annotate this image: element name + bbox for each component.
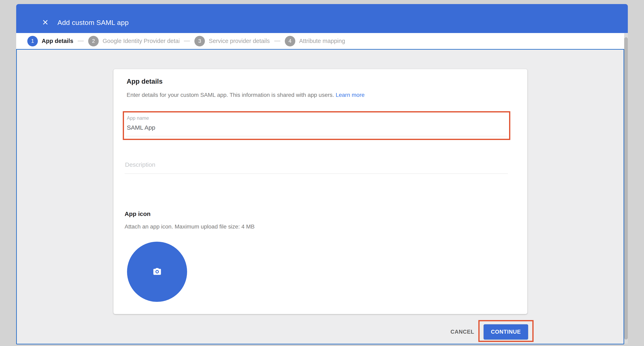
step-separator: [78, 41, 84, 41]
app-icon-upload-button[interactable]: [127, 242, 187, 302]
app-icon-heading: App icon: [124, 211, 150, 217]
app-name-input[interactable]: SAML App: [127, 124, 155, 131]
description-placeholder: Description: [125, 161, 155, 168]
step-3-label: Service provider details: [209, 38, 270, 44]
app-name-label: App name: [127, 115, 149, 121]
continue-button[interactable]: CONTINUE: [484, 324, 528, 339]
wizard-stepper: 1 App details 2 Google Identity Provider…: [16, 33, 628, 49]
step-4-label: Attribute mapping: [299, 38, 345, 44]
description-underline: [124, 174, 508, 174]
step-attribute-mapping[interactable]: 4 Attribute mapping: [285, 36, 345, 46]
step-3-circle: 3: [194, 36, 205, 46]
app-details-card: App details Enter details for your custo…: [113, 69, 528, 314]
app-icon-hint: Attach an app icon. Maximum upload file …: [124, 223, 255, 230]
card-heading: App details: [126, 78, 162, 85]
step-service-provider-details[interactable]: 3 Service provider details: [194, 36, 270, 46]
step-google-idp-details[interactable]: 2 Google Identity Provider details: [88, 36, 180, 46]
camera-icon: [152, 266, 162, 277]
step-separator: [274, 41, 280, 41]
step-1-circle: 1: [27, 36, 38, 46]
dialog-header: Add custom SAML app: [16, 4, 628, 33]
step-separator: [184, 41, 190, 41]
dialog-title: Add custom SAML app: [58, 19, 129, 27]
step-app-details[interactable]: 1 App details: [27, 36, 73, 46]
app-name-annotation-box: App name SAML App: [123, 111, 510, 140]
add-custom-saml-app-dialog: Add custom SAML app 1 App details 2 Goog…: [0, 0, 644, 346]
app-name-underline: [126, 136, 507, 136]
cancel-button[interactable]: CANCEL: [446, 327, 478, 336]
card-subtext-text: Enter details for your custom SAML app. …: [126, 92, 334, 98]
step-2-circle: 2: [88, 36, 99, 46]
step-4-circle: 4: [285, 36, 295, 46]
scrollbar-thumb[interactable]: [624, 37, 628, 339]
step-2-label: Google Identity Provider details: [102, 38, 180, 44]
close-icon: [42, 19, 48, 26]
learn-more-link[interactable]: Learn more: [336, 92, 364, 98]
description-input[interactable]: Description: [124, 161, 508, 174]
step-1-label: App details: [42, 38, 73, 44]
card-subtext: Enter details for your custom SAML app. …: [126, 92, 365, 98]
close-button[interactable]: [41, 19, 49, 27]
